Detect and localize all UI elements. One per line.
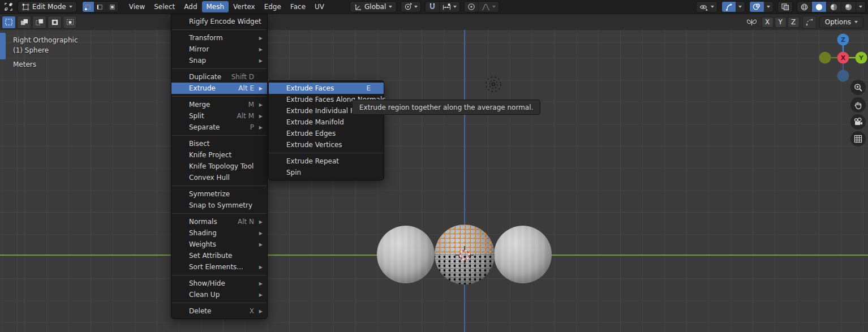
shading-material-preview-button[interactable] [827, 2, 841, 12]
xray-toggle[interactable] [777, 1, 793, 12]
extrude-menu-item-extrude-manifold[interactable]: Extrude Manifold [269, 117, 384, 128]
vertex-select-mode-button[interactable] [83, 2, 94, 12]
transform-orientation-select[interactable]: Global [350, 1, 397, 12]
mesh-menu-item-normals[interactable]: NormalsAlt N▶ [171, 216, 267, 227]
mesh-menu-item-knife-topology-tool[interactable]: Knife Topology Tool [171, 161, 267, 172]
menubar-item-uv[interactable]: UV [310, 1, 329, 12]
chevron-down-icon [859, 6, 862, 8]
menubar-item-edge[interactable]: Edge [260, 1, 286, 12]
symmetry-z-toggle[interactable]: Z [788, 17, 800, 28]
mesh-menu-item-bisect[interactable]: Bisect [171, 138, 267, 149]
header-center-controls: Global [350, 1, 499, 12]
toolbar-active-tool-tab[interactable] [0, 33, 6, 59]
select-invert-button[interactable] [48, 16, 62, 29]
visibility-dropdown[interactable] [696, 1, 717, 12]
cursor-3d [455, 245, 474, 265]
edge-select-mode-button[interactable] [94, 2, 106, 12]
menubar-item-add[interactable]: Add [179, 1, 201, 12]
gizmo-axis-neg[interactable] [819, 52, 831, 64]
menubar-item-select[interactable]: Select [149, 1, 179, 12]
mesh-menu-item-clean-up[interactable]: Clean Up▶ [171, 289, 267, 300]
options-dropdown[interactable]: Options [819, 16, 863, 28]
camera-view-button[interactable] [850, 114, 866, 130]
header-bar: Edit Mode ViewSelectAddMeshVertexEdgeFac… [0, 0, 868, 14]
shading-dropdown[interactable] [856, 2, 865, 12]
select-set-button[interactable] [2, 16, 16, 29]
zoom-button[interactable] [850, 80, 866, 95]
mesh-menu-item-separate[interactable]: SeparateP▶ [171, 122, 267, 133]
mesh-menu-item-knife-project[interactable]: Knife Project [171, 149, 267, 161]
menubar-item-view[interactable]: View [124, 1, 149, 12]
submenu-arrow-icon: ▶ [257, 281, 263, 286]
viewport-3d[interactable]: Right Orthographic (1) Sphere Meters ZXY [0, 30, 868, 332]
mesh-menu-item-delete[interactable]: DeleteX▶ [171, 305, 267, 317]
mesh-menu-item-extrude[interactable]: ExtrudeAlt E▶ [171, 83, 267, 94]
proportional-editing-toggle[interactable] [465, 2, 479, 12]
viewport-overlay-text: Right Orthographic (1) Sphere Meters [13, 35, 78, 70]
mesh-menu-item-shading[interactable]: Shading▶ [171, 227, 267, 239]
gizmo-axis-x[interactable]: X [837, 52, 849, 64]
snap-toggle[interactable] [426, 2, 440, 12]
overlays-toggle[interactable] [750, 2, 764, 12]
menubar-item-vertex[interactable]: Vertex [229, 1, 260, 12]
mesh-menu-item-set-attribute[interactable]: Set Attribute [171, 250, 267, 261]
gizmo-axis-y[interactable]: Y [856, 52, 867, 64]
mesh-menu-item-show-hide[interactable]: Show/Hide▶ [171, 278, 267, 289]
extrude-menu-item-extrude-edges[interactable]: Extrude Edges [269, 128, 384, 139]
gizmo-axis-neg[interactable] [837, 70, 849, 82]
face-select-mode-button[interactable] [106, 2, 118, 12]
shading-wireframe-button[interactable] [797, 2, 812, 12]
symmetry-y-toggle[interactable]: Y [775, 17, 787, 28]
gizmos-dropdown[interactable] [736, 2, 745, 12]
xray-icon [781, 3, 789, 11]
navigation-gizmo-icon[interactable]: ZXY [819, 33, 868, 83]
select-subtract-button[interactable] [32, 16, 46, 29]
mesh-menu-item-duplicate[interactable]: DuplicateShift D [171, 71, 267, 83]
point-light-widget[interactable] [482, 73, 505, 96]
mesh-menu-item-sort-elements-[interactable]: Sort Elements...▶ [171, 261, 267, 273]
overlays-dropdown[interactable] [764, 2, 773, 12]
navigation-gizmo[interactable]: ZXY [819, 33, 868, 83]
mesh-menu-item-snap-to-symmetry[interactable]: Snap to Symmetry [171, 200, 267, 211]
menu-item-label: Delete [189, 307, 211, 315]
sphere-left[interactable] [377, 226, 435, 283]
mesh-menu-item-merge[interactable]: MergeM▶ [171, 99, 267, 110]
mesh-menu-item-symmetrize[interactable]: Symmetrize [171, 188, 267, 200]
gizmos-toggle[interactable] [722, 2, 736, 12]
mode-select[interactable]: Edit Mode [18, 1, 77, 12]
shading-solid-button[interactable] [812, 2, 827, 12]
editor-type-button[interactable] [2, 1, 15, 12]
mesh-symmetry-button[interactable] [745, 18, 759, 27]
menu-item-shortcut: Shift D [231, 73, 254, 81]
shading-rendered-button[interactable] [841, 2, 856, 12]
mesh-menu-item-split[interactable]: SplitAlt M▶ [171, 110, 267, 122]
gizmos-control [721, 1, 745, 12]
extrude-menu-item-extrude-faces[interactable]: Extrude FacesE [269, 83, 384, 94]
mesh-menu-item-convex-hull[interactable]: Convex Hull [171, 172, 267, 183]
mesh-menu-item-transform[interactable]: Transform▶ [171, 32, 267, 44]
gizmo-axis-z[interactable]: Z [837, 34, 849, 46]
sphere-shading-bands [377, 226, 435, 283]
snap-target-dropdown[interactable] [440, 2, 459, 12]
mesh-menu-item-snap[interactable]: Snap▶ [171, 55, 267, 66]
toggle-ortho-button[interactable] [850, 131, 866, 146]
select-extend-button[interactable] [17, 16, 31, 29]
pan-button[interactable] [850, 97, 866, 113]
menubar-item-mesh[interactable]: Mesh [202, 1, 229, 12]
menubar-item-face[interactable]: Face [286, 1, 310, 12]
vertex-select-icon [84, 3, 92, 11]
mesh-menu-item-rigify-encode-widget[interactable]: Rigify Encode Widget [171, 16, 267, 27]
mesh-menu-item-weights[interactable]: Weights▶ [171, 239, 267, 250]
symmetry-x-toggle[interactable]: X [762, 17, 774, 28]
select-intersect-button[interactable] [63, 16, 77, 29]
mesh-menu-item-mirror[interactable]: Mirror▶ [171, 44, 267, 55]
extrude-menu-item-extrude-repeat[interactable]: Extrude Repeat [269, 156, 384, 167]
extrude-menu-item-spin[interactable]: Spin [269, 167, 384, 178]
sphere-right[interactable] [494, 226, 552, 283]
pivot-point-dropdown[interactable] [401, 1, 421, 12]
submenu-arrow-icon: ▶ [257, 114, 263, 119]
menu-item-shortcut: P [250, 123, 254, 131]
proportional-falloff-dropdown[interactable] [479, 2, 499, 12]
extrude-menu-item-extrude-vertices[interactable]: Extrude Vertices [269, 139, 384, 150]
proportional-snap-button[interactable] [802, 16, 817, 29]
